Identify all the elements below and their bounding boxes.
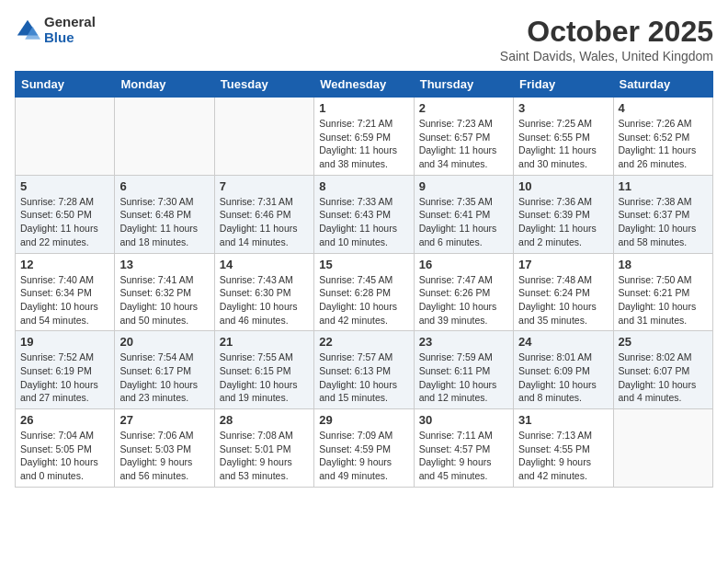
calendar-cell: 18Sunrise: 7:50 AMSunset: 6:21 PMDayligh… [613, 253, 712, 331]
calendar-cell: 2Sunrise: 7:23 AMSunset: 6:57 PMDaylight… [414, 98, 513, 176]
day-number: 8 [319, 179, 408, 193]
calendar-cell [115, 98, 214, 176]
cell-text: Sunrise: 7:59 AMSunset: 6:11 PMDaylight:… [419, 350, 508, 405]
calendar-cell: 7Sunrise: 7:31 AMSunset: 6:46 PMDaylight… [214, 175, 313, 253]
day-number: 29 [319, 413, 408, 427]
day-number: 21 [220, 335, 309, 349]
calendar-cell [214, 98, 313, 176]
day-number: 31 [518, 413, 608, 427]
cell-text: Sunrise: 7:52 AMSunset: 6:19 PMDaylight:… [20, 350, 109, 405]
cell-text: Sunrise: 7:23 AMSunset: 6:57 PMDaylight:… [419, 117, 508, 171]
cell-text: Sunrise: 7:55 AMSunset: 6:15 PMDaylight:… [220, 350, 309, 405]
calendar-cell: 22Sunrise: 7:57 AMSunset: 6:13 PMDayligh… [314, 331, 414, 409]
page-header: General Blue October 2025 Saint Davids, … [15, 15, 713, 63]
cell-text: Sunrise: 7:38 AMSunset: 6:37 PMDaylight:… [619, 195, 708, 249]
calendar-cell: 21Sunrise: 7:55 AMSunset: 6:15 PMDayligh… [214, 331, 313, 409]
calendar-cell: 10Sunrise: 7:36 AMSunset: 6:39 PMDayligh… [514, 175, 613, 253]
day-number: 4 [619, 101, 708, 115]
calendar-cell: 26Sunrise: 7:04 AMSunset: 5:05 PMDayligh… [16, 409, 115, 488]
day-number: 28 [220, 413, 309, 427]
calendar-cell: 27Sunrise: 7:06 AMSunset: 5:03 PMDayligh… [115, 409, 214, 488]
month-title: October 2025 [500, 15, 713, 49]
cell-text: Sunrise: 7:09 AMSunset: 4:59 PMDaylight:… [319, 429, 408, 483]
calendar-cell: 17Sunrise: 7:48 AMSunset: 6:24 PMDayligh… [514, 253, 613, 331]
column-header-sunday: Sunday [16, 72, 115, 98]
column-header-saturday: Saturday [613, 72, 712, 98]
calendar-cell: 23Sunrise: 7:59 AMSunset: 6:11 PMDayligh… [414, 331, 513, 409]
column-header-tuesday: Tuesday [214, 72, 313, 98]
title-block: October 2025 Saint Davids, Wales, United… [500, 15, 713, 63]
day-number: 7 [220, 179, 309, 193]
calendar-cell [16, 98, 115, 176]
column-header-monday: Monday [115, 72, 214, 98]
calendar-week-row: 26Sunrise: 7:04 AMSunset: 5:05 PMDayligh… [16, 409, 713, 488]
calendar-cell: 28Sunrise: 7:08 AMSunset: 5:01 PMDayligh… [214, 409, 313, 488]
cell-text: Sunrise: 7:45 AMSunset: 6:28 PMDaylight:… [319, 273, 408, 327]
day-number: 9 [419, 179, 508, 193]
day-number: 15 [319, 258, 408, 271]
cell-text: Sunrise: 7:54 AMSunset: 6:17 PMDaylight:… [119, 350, 209, 405]
day-number: 14 [220, 258, 309, 271]
cell-text: Sunrise: 7:13 AMSunset: 4:55 PMDaylight:… [518, 429, 608, 483]
cell-text: Sunrise: 7:33 AMSunset: 6:43 PMDaylight:… [319, 195, 408, 249]
day-number: 23 [419, 335, 508, 349]
cell-text: Sunrise: 7:50 AMSunset: 6:21 PMDaylight:… [619, 273, 708, 327]
cell-text: Sunrise: 7:06 AMSunset: 5:03 PMDaylight:… [119, 429, 209, 483]
calendar-cell: 6Sunrise: 7:30 AMSunset: 6:48 PMDaylight… [115, 175, 214, 253]
calendar-cell: 14Sunrise: 7:43 AMSunset: 6:30 PMDayligh… [214, 253, 313, 331]
cell-text: Sunrise: 7:21 AMSunset: 6:59 PMDaylight:… [319, 117, 408, 171]
calendar-cell: 4Sunrise: 7:26 AMSunset: 6:52 PMDaylight… [613, 98, 712, 176]
cell-text: Sunrise: 7:43 AMSunset: 6:30 PMDaylight:… [220, 273, 309, 327]
logo-general-text: General [44, 15, 96, 30]
cell-text: Sunrise: 7:30 AMSunset: 6:48 PMDaylight:… [119, 195, 209, 249]
day-number: 6 [119, 179, 209, 193]
cell-text: Sunrise: 7:31 AMSunset: 6:46 PMDaylight:… [220, 195, 309, 249]
calendar-week-row: 12Sunrise: 7:40 AMSunset: 6:34 PMDayligh… [16, 253, 713, 331]
location-text: Saint Davids, Wales, United Kingdom [500, 49, 713, 63]
day-number: 18 [619, 258, 708, 271]
cell-text: Sunrise: 7:28 AMSunset: 6:50 PMDaylight:… [20, 195, 109, 249]
logo: General Blue [15, 15, 96, 45]
column-header-wednesday: Wednesday [314, 72, 414, 98]
day-number: 16 [419, 258, 508, 271]
day-number: 19 [20, 335, 109, 349]
calendar-week-row: 19Sunrise: 7:52 AMSunset: 6:19 PMDayligh… [16, 331, 713, 409]
calendar-cell: 12Sunrise: 7:40 AMSunset: 6:34 PMDayligh… [16, 253, 115, 331]
cell-text: Sunrise: 8:02 AMSunset: 6:07 PMDaylight:… [619, 350, 708, 405]
day-number: 17 [518, 258, 608, 271]
calendar-table: SundayMondayTuesdayWednesdayThursdayFrid… [15, 71, 713, 488]
day-number: 5 [20, 179, 109, 193]
day-number: 13 [119, 258, 209, 271]
calendar-cell: 25Sunrise: 8:02 AMSunset: 6:07 PMDayligh… [613, 331, 712, 409]
day-number: 27 [119, 413, 209, 427]
calendar-cell: 31Sunrise: 7:13 AMSunset: 4:55 PMDayligh… [514, 409, 613, 488]
calendar-cell: 30Sunrise: 7:11 AMSunset: 4:57 PMDayligh… [414, 409, 513, 488]
column-header-friday: Friday [514, 72, 613, 98]
cell-text: Sunrise: 8:01 AMSunset: 6:09 PMDaylight:… [518, 350, 608, 405]
calendar-cell: 16Sunrise: 7:47 AMSunset: 6:26 PMDayligh… [414, 253, 513, 331]
calendar-week-row: 5Sunrise: 7:28 AMSunset: 6:50 PMDaylight… [16, 175, 713, 253]
calendar-cell: 5Sunrise: 7:28 AMSunset: 6:50 PMDaylight… [16, 175, 115, 253]
calendar-header-row: SundayMondayTuesdayWednesdayThursdayFrid… [16, 72, 713, 98]
calendar-cell: 9Sunrise: 7:35 AMSunset: 6:41 PMDaylight… [414, 175, 513, 253]
day-number: 2 [419, 101, 508, 115]
cell-text: Sunrise: 7:36 AMSunset: 6:39 PMDaylight:… [518, 195, 608, 249]
calendar-cell: 13Sunrise: 7:41 AMSunset: 6:32 PMDayligh… [115, 253, 214, 331]
cell-text: Sunrise: 7:40 AMSunset: 6:34 PMDaylight:… [20, 273, 109, 327]
day-number: 24 [518, 335, 608, 349]
cell-text: Sunrise: 7:47 AMSunset: 6:26 PMDaylight:… [419, 273, 508, 327]
day-number: 11 [619, 179, 708, 193]
day-number: 20 [119, 335, 209, 349]
calendar-cell: 29Sunrise: 7:09 AMSunset: 4:59 PMDayligh… [314, 409, 414, 488]
cell-text: Sunrise: 7:08 AMSunset: 5:01 PMDaylight:… [220, 429, 309, 483]
cell-text: Sunrise: 7:11 AMSunset: 4:57 PMDaylight:… [419, 429, 508, 483]
day-number: 10 [518, 179, 608, 193]
logo-text: General Blue [44, 15, 96, 45]
cell-text: Sunrise: 7:26 AMSunset: 6:52 PMDaylight:… [619, 117, 708, 171]
day-number: 1 [319, 101, 408, 115]
logo-icon [15, 17, 40, 43]
day-number: 12 [20, 258, 109, 271]
cell-text: Sunrise: 7:41 AMSunset: 6:32 PMDaylight:… [119, 273, 209, 327]
cell-text: Sunrise: 7:35 AMSunset: 6:41 PMDaylight:… [419, 195, 508, 249]
calendar-cell [613, 409, 712, 488]
